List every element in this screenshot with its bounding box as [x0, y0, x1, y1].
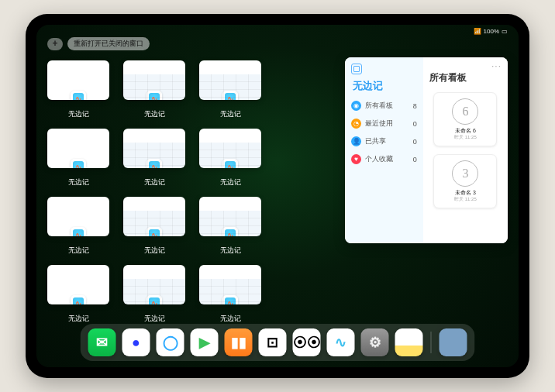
sidebar-item[interactable]: ♥ 个人收藏 0: [351, 154, 417, 164]
window-label: 无边记: [68, 246, 89, 256]
sidebar-item[interactable]: 👤 已共享 0: [351, 136, 417, 146]
window-thumbnail[interactable]: 无边记: [199, 129, 261, 187]
thumbnail-preview: [123, 197, 185, 236]
freeform-app-icon: [71, 295, 86, 304]
freeform-app-icon: [222, 227, 238, 236]
freeform-app-icon: [71, 227, 86, 236]
freeform-main-window[interactable]: 无边记 ◉ 所有看板 8 ◔ 最近使用 0 👤 已共享 0 ♥ 个人收藏 0 ·…: [345, 57, 508, 243]
thumbnail-preview: [47, 129, 109, 168]
sidebar: 无边记 ◉ 所有看板 8 ◔ 最近使用 0 👤 已共享 0 ♥ 个人收藏 0: [345, 57, 423, 243]
dock-app-play[interactable]: ▶: [191, 328, 219, 356]
dock: ✉●◯▶▮▮⊡⦿⦿∿⚙: [81, 324, 475, 361]
sidebar-item-label: 已共享: [365, 136, 386, 146]
thumbnail-preview: [123, 265, 185, 304]
sidebar-item-label: 最近使用: [365, 119, 393, 129]
window-label: 无边记: [220, 177, 241, 187]
thumbnail-preview: [199, 129, 261, 168]
more-button[interactable]: ···: [491, 60, 502, 71]
sidebar-title: 无边记: [353, 79, 417, 93]
sidebar-item-label: 个人收藏: [365, 154, 393, 164]
board-meta: 未命名 6 昨天 11:25: [454, 128, 477, 140]
window-label: 无边记: [68, 177, 89, 187]
window-thumbnail[interactable]: 无边记: [47, 197, 109, 256]
thumbnail-preview: [199, 60, 261, 100]
sidebar-item-count: 0: [413, 138, 417, 146]
dock-app-dice[interactable]: ⊡: [259, 328, 287, 356]
panel-title: 所有看板: [429, 71, 503, 84]
sidebar-item[interactable]: ◔ 最近使用 0: [351, 119, 417, 129]
dock-app-browser[interactable]: ◯: [157, 328, 184, 356]
dock-app-freeform[interactable]: ∿: [327, 328, 355, 356]
freeform-app-icon: [222, 159, 238, 168]
thumbnail-preview: [47, 60, 109, 100]
dock-app-books[interactable]: ▮▮: [225, 328, 253, 356]
freeform-app-icon: [147, 295, 162, 304]
board-name: 未命名 6: [454, 128, 477, 134]
board-list-panel: ··· 所有看板 6 未命名 6 昨天 11:25 3 未命名 3 昨天 11:…: [423, 57, 508, 243]
sidebar-item-count: 0: [413, 156, 417, 163]
window-thumbnail[interactable]: 无边记: [47, 265, 109, 324]
window-thumbnail[interactable]: 无边记: [199, 197, 261, 256]
freeform-app-icon: [147, 91, 162, 100]
board-name: 未命名 3: [454, 190, 477, 196]
window-grid: 无边记 无边记 无边记 无边记 无边记 无边记 无边记 无边记: [47, 57, 337, 324]
dock-app-settings[interactable]: ⚙: [361, 328, 389, 356]
sidebar-item-icon: ◉: [351, 101, 361, 111]
dock-separator: [431, 332, 432, 353]
add-window-button[interactable]: +: [47, 38, 63, 50]
window-thumbnail[interactable]: 无边记: [199, 60, 261, 119]
sidebar-item-icon: 👤: [351, 136, 361, 146]
window-label: 无边记: [144, 246, 165, 256]
top-bar: + 重新打开已关闭的窗口: [47, 37, 150, 50]
sidebar-item[interactable]: ◉ 所有看板 8: [351, 101, 417, 111]
thumbnail-preview: [123, 60, 185, 100]
sidebar-item-icon: ♥: [351, 154, 361, 164]
dock-app-connect[interactable]: ⦿⦿: [293, 328, 321, 356]
thumbnail-preview: [47, 197, 109, 236]
thumbnail-preview: [199, 265, 261, 304]
window-label: 无边记: [220, 246, 241, 256]
window-label: 无边记: [220, 109, 241, 119]
window-label: 无边记: [144, 109, 165, 119]
window-thumbnail[interactable]: 无边记: [123, 129, 185, 187]
freeform-app-icon: [222, 295, 238, 304]
board-card[interactable]: 3 未命名 3 昨天 11:25: [433, 154, 497, 208]
window-label: 无边记: [68, 109, 89, 119]
freeform-app-icon: [147, 159, 162, 168]
window-label: 无边记: [144, 177, 165, 187]
window-label: 无边记: [220, 314, 241, 324]
board-thumbnail: 6: [452, 98, 478, 125]
window-thumbnail[interactable]: 无边记: [199, 265, 261, 324]
window-thumbnail[interactable]: 无边记: [123, 197, 185, 256]
window-label: 无边记: [144, 314, 165, 324]
window-thumbnail[interactable]: 无边记: [47, 129, 109, 187]
freeform-app-icon: [71, 91, 86, 100]
screen: 📶 100% ▭ + 重新打开已关闭的窗口 无边记 无边记 无边记 无边记 无边…: [36, 25, 519, 367]
dock-app-wechat[interactable]: ✉: [88, 328, 116, 356]
window-thumbnail[interactable]: 无边记: [123, 60, 185, 119]
board-card[interactable]: 6 未命名 6 昨天 11:25: [433, 92, 497, 146]
freeform-app-icon: [222, 91, 238, 100]
board-meta: 未命名 3 昨天 11:25: [454, 190, 477, 202]
window-thumbnail[interactable]: 无边记: [47, 60, 109, 119]
window-label: 无边记: [68, 314, 89, 324]
board-time: 昨天 11:25: [454, 135, 477, 140]
thumbnail-preview: [47, 265, 109, 304]
thumbnail-preview: [123, 129, 185, 168]
signal-icon: 📶: [474, 28, 481, 35]
sidebar-item-label: 所有看板: [365, 101, 393, 111]
board-thumbnail: 3: [452, 160, 478, 187]
ipad-frame: 📶 100% ▭ + 重新打开已关闭的窗口 无边记 无边记 无边记 无边记 无边…: [26, 14, 529, 378]
sidebar-item-count: 0: [413, 120, 417, 128]
dock-app-notes[interactable]: [395, 328, 423, 356]
reopen-closed-window-button[interactable]: 重新打开已关闭的窗口: [67, 37, 150, 50]
battery-icon: ▭: [502, 28, 508, 35]
dock-app-quark[interactable]: ●: [122, 328, 150, 356]
sidebar-toggle-icon[interactable]: [351, 64, 362, 74]
status-bar: 📶 100% ▭: [474, 28, 508, 35]
board-time: 昨天 11:25: [454, 197, 477, 202]
dock-app-library[interactable]: [440, 328, 467, 356]
window-thumbnail[interactable]: 无边记: [123, 265, 185, 324]
freeform-app-icon: [71, 159, 86, 168]
stage-manager-area: 无边记 无边记 无边记 无边记 无边记 无边记 无边记 无边记: [47, 57, 508, 324]
